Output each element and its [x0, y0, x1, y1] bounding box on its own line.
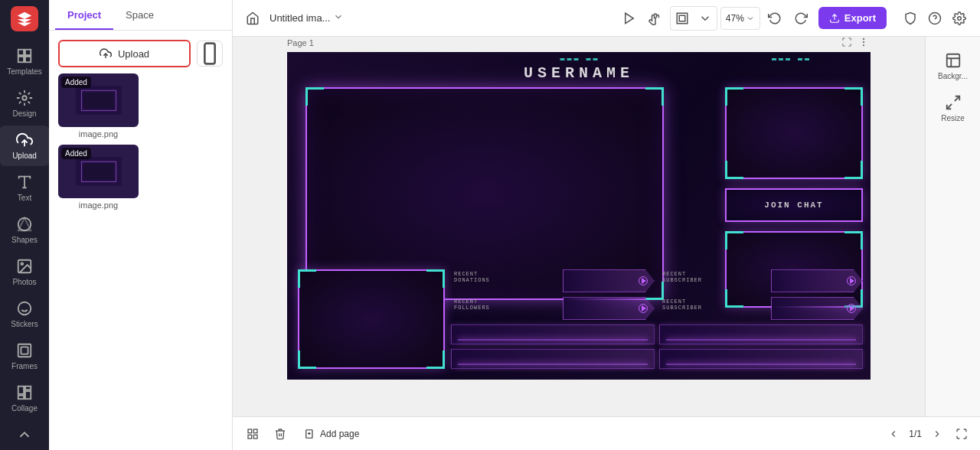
- document-title-area[interactable]: Untitled ima...: [270, 11, 344, 25]
- fullscreen-icon: [956, 428, 968, 440]
- donations-bar: [563, 269, 655, 292]
- resize-icon: [945, 94, 962, 111]
- username-text: USERNAME: [524, 64, 634, 82]
- svg-rect-17: [25, 386, 31, 390]
- svg-rect-44: [253, 435, 257, 439]
- undo-button[interactable]: [763, 7, 786, 30]
- sidebar-item-text[interactable]: Text: [0, 168, 49, 208]
- redo-button[interactable]: [789, 7, 812, 30]
- svg-rect-30: [677, 13, 688, 24]
- join-chat-text: JOIN CHAT: [764, 201, 823, 210]
- panel-image-1-badge: Added: [61, 77, 91, 88]
- chevron-left-icon: [888, 429, 899, 439]
- svg-point-8: [18, 218, 31, 231]
- resize-label: Resize: [941, 114, 965, 122]
- mini-bar-3: [451, 349, 655, 369]
- home-icon: [246, 11, 260, 25]
- play-tool-button[interactable]: [618, 7, 641, 30]
- subscriber-1-play: [847, 276, 856, 285]
- zoom-level: 47%: [726, 13, 744, 24]
- sidebar-item-collapse[interactable]: [0, 420, 49, 449]
- sidebar-item-upload[interactable]: Upload: [0, 126, 49, 166]
- svg-rect-31: [679, 15, 685, 21]
- right-corner-bl: [725, 161, 743, 179]
- zoom-control[interactable]: 47%: [720, 7, 760, 30]
- canvas-design: USERNAME: [287, 52, 871, 380]
- sidebar-item-shapes[interactable]: Shapes: [0, 210, 49, 250]
- shield-button[interactable]: [899, 7, 922, 30]
- canvas[interactable]: USERNAME: [287, 52, 871, 380]
- stats-row-1: RECENTDONATIONS RECENTSUBSCRIBER: [451, 269, 863, 292]
- sidebar-item-collage[interactable]: Collage: [0, 378, 49, 419]
- sidebar-item-shapes-label: Shapes: [11, 236, 38, 244]
- shield-icon: [903, 11, 917, 25]
- upload-button[interactable]: Upload: [58, 40, 191, 67]
- svg-point-4: [22, 96, 27, 100]
- svg-point-36: [863, 38, 864, 39]
- mobile-icon: [198, 41, 222, 66]
- grid-icon: [247, 428, 259, 440]
- recent-subscriber-1-label: RECENTSUBSCRIBER: [662, 272, 702, 283]
- svg-point-37: [863, 41, 864, 42]
- right-top-panel: [725, 87, 863, 179]
- page-expand-button[interactable]: [840, 37, 854, 51]
- resize-dropdown-button[interactable]: [694, 7, 717, 30]
- mobile-view-button[interactable]: [197, 41, 223, 67]
- page-more-button[interactable]: [857, 37, 871, 51]
- recent-subscriber-1: RECENTSUBSCRIBER: [659, 269, 863, 292]
- svg-rect-3: [25, 57, 31, 62]
- crop-button[interactable]: [671, 7, 694, 30]
- svg-rect-2: [18, 57, 24, 62]
- followers-bar: [563, 297, 655, 320]
- document-title: Untitled ima...: [270, 12, 330, 24]
- main-content: Untitled ima...: [233, 0, 980, 450]
- resize-panel-item[interactable]: Resize: [930, 88, 976, 129]
- sidebar-item-photos[interactable]: Photos: [0, 252, 49, 292]
- sidebar-item-photos-label: Photos: [12, 278, 36, 286]
- help-button[interactable]: [923, 7, 946, 30]
- panel-image-1[interactable]: Added image.png: [58, 73, 139, 139]
- sidebar-item-templates-label: Templates: [7, 67, 42, 76]
- tab-space[interactable]: Space: [113, 0, 166, 30]
- chevron-right-icon: [932, 429, 942, 439]
- svg-rect-28: [83, 164, 113, 179]
- svg-rect-25: [83, 93, 113, 108]
- sidebar-item-design[interactable]: Design: [0, 83, 49, 124]
- topbar-tools: 47%: [618, 6, 812, 31]
- export-button[interactable]: Export: [818, 7, 887, 29]
- sidebar: Templates Design Upload Text Shapes Phot…: [0, 0, 49, 450]
- page-thumbnail-button[interactable]: [242, 423, 263, 445]
- delete-page-button[interactable]: [270, 423, 291, 445]
- sidebar-item-stickers[interactable]: Stickers: [0, 294, 49, 334]
- app-logo[interactable]: [11, 6, 38, 31]
- zoom-chevron-icon: [746, 14, 755, 23]
- background-panel-item[interactable]: Backgr...: [930, 46, 976, 86]
- page-label: Page 1: [287, 38, 314, 47]
- home-button[interactable]: [242, 8, 263, 29]
- svg-rect-1: [25, 50, 31, 55]
- sidebar-item-stickers-label: Stickers: [11, 320, 38, 328]
- svg-rect-39: [946, 54, 959, 67]
- sidebar-item-frames[interactable]: Frames: [0, 336, 49, 377]
- corner-tl: [305, 87, 324, 106]
- prev-page-button[interactable]: [884, 425, 903, 443]
- background-icon: [945, 52, 962, 69]
- fullscreen-button[interactable]: [952, 425, 971, 443]
- tab-project[interactable]: Project: [55, 0, 113, 30]
- svg-rect-21: [204, 44, 214, 64]
- deco-lines-right: [772, 58, 809, 60]
- panel-image-2[interactable]: Added image.png: [58, 145, 139, 210]
- background-label: Backgr...: [938, 72, 968, 80]
- recent-subscriber-2: RECENTSUBSCRIBER: [659, 297, 863, 320]
- canvas-container: Page 1: [287, 52, 871, 380]
- hand-tool-button[interactable]: [644, 7, 667, 30]
- add-page-button[interactable]: Add page: [297, 425, 367, 443]
- sidebar-item-templates[interactable]: Templates: [0, 41, 49, 82]
- more-dots-icon: [858, 37, 869, 47]
- right-corner-tr: [844, 87, 863, 106]
- panel-actions: Upload: [58, 40, 223, 67]
- next-page-button[interactable]: [928, 425, 946, 443]
- settings-button[interactable]: [948, 7, 971, 30]
- sidebar-item-collage-label: Collage: [11, 404, 38, 412]
- sidebar-item-upload-label: Upload: [12, 152, 37, 160]
